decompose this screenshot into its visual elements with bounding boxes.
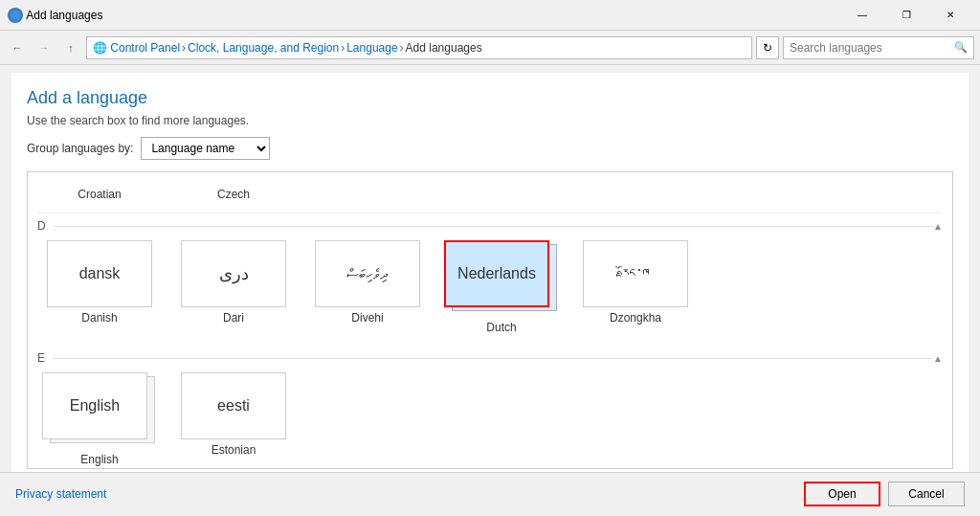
close-button[interactable]: ✕ xyxy=(928,0,972,31)
search-icon: 🔍 xyxy=(954,41,968,54)
group-label: Group languages by: xyxy=(27,142,133,155)
page-title: Add a language xyxy=(27,88,953,108)
english-script: English xyxy=(70,397,120,415)
section-d-label: D xyxy=(37,219,46,233)
list-item[interactable]: རྫོང་ཁ Dzongkha xyxy=(573,240,698,334)
section-e-header: E ▲ xyxy=(37,346,943,369)
list-item[interactable]: English English xyxy=(37,372,162,466)
cancel-button[interactable]: Cancel xyxy=(888,482,965,506)
forward-button[interactable]: → xyxy=(33,36,56,59)
dzongkha-tile-box[interactable]: རྫོང་ཁ xyxy=(583,240,688,307)
list-item[interactable]: دری Dari xyxy=(171,240,296,334)
bottom-bar: Privacy statement Open Cancel xyxy=(0,472,980,514)
dari-script: دری xyxy=(219,263,249,284)
top-partial-row: Croatian Czech xyxy=(37,180,943,213)
dutch-script: Nederlands xyxy=(457,265,536,282)
english-tile-box[interactable]: English xyxy=(42,372,147,439)
page-subtitle: Use the search box to find more language… xyxy=(27,114,953,127)
dutch-tile-box[interactable]: Nederlands xyxy=(444,240,549,307)
danish-script: dansk xyxy=(79,265,121,282)
dari-label: Dari xyxy=(223,311,244,325)
list-item[interactable]: dansk Danish xyxy=(37,240,162,334)
group-row: Group languages by: Language name xyxy=(27,137,953,160)
address-path[interactable]: 🌐 Control Panel › Clock, Language, and R… xyxy=(86,36,752,59)
breadcrumb-current: Add languages xyxy=(406,41,482,55)
back-button[interactable]: ← xyxy=(6,36,29,59)
window-title: Add languages xyxy=(26,9,840,22)
section-d-collapse[interactable]: ▲ xyxy=(933,221,943,232)
search-box: 🔍 xyxy=(783,36,974,59)
dutch-label: Dutch xyxy=(486,321,516,334)
address-bar: ← → ↑ 🌐 Control Panel › Clock, Language,… xyxy=(0,31,980,65)
title-bar: Add languages — ❐ ✕ xyxy=(0,0,980,31)
window-icon xyxy=(8,8,23,23)
english-label: English xyxy=(80,453,118,466)
maximize-button[interactable]: ❐ xyxy=(884,0,928,31)
estonian-label: Estonian xyxy=(212,443,256,457)
list-item[interactable]: ދިވެހިބަސް Divehi xyxy=(305,240,430,334)
divehi-script: ދިވެހިބަސް xyxy=(346,266,389,282)
estonian-script: eesti xyxy=(217,397,250,415)
section-e-label: E xyxy=(37,351,45,365)
bottom-buttons: Open Cancel xyxy=(804,482,965,506)
open-button[interactable]: Open xyxy=(804,482,880,506)
danish-label: Danish xyxy=(81,311,117,325)
dzongkha-script: རྫོང་ཁ xyxy=(622,266,649,281)
window-controls: — ❐ ✕ xyxy=(840,0,972,31)
minimize-button[interactable]: — xyxy=(840,0,884,31)
partial-lang-czech[interactable]: Czech xyxy=(171,184,296,205)
up-button[interactable]: ↑ xyxy=(59,36,82,59)
breadcrumb-control-panel[interactable]: Control Panel xyxy=(110,41,180,55)
refresh-button[interactable]: ↻ xyxy=(756,36,779,59)
language-grid: Croatian Czech D ▲ dansk Danish xyxy=(27,171,953,469)
section-d-header: D ▲ xyxy=(37,213,943,236)
breadcrumb-language[interactable]: Language xyxy=(346,41,397,55)
search-input[interactable] xyxy=(790,41,954,55)
list-item[interactable]: Nederlands Dutch xyxy=(439,240,564,334)
dari-tile-box[interactable]: دری xyxy=(181,240,286,307)
privacy-link[interactable]: Privacy statement xyxy=(15,487,106,501)
divehi-tile-box[interactable]: ދިވެހިބަސް xyxy=(315,240,420,307)
group-select[interactable]: Language name xyxy=(141,137,270,160)
main-content: Add a language Use the search box to fin… xyxy=(11,73,969,484)
breadcrumb-clock[interactable]: Clock, Language, and Region xyxy=(188,41,339,55)
section-d-languages: dansk Danish دری Dari ދިވެހިބަ xyxy=(37,236,943,346)
list-item[interactable]: eesti Estonian xyxy=(171,372,296,466)
partial-lang-croatian[interactable]: Croatian xyxy=(37,184,162,205)
section-e-collapse[interactable]: ▲ xyxy=(933,353,943,364)
breadcrumb-globe: 🌐 xyxy=(93,41,107,55)
divehi-label: Divehi xyxy=(351,311,383,325)
section-e-languages: English English eesti Estonian xyxy=(37,369,943,469)
dzongkha-label: Dzongkha xyxy=(610,311,661,325)
danish-tile-box[interactable]: dansk xyxy=(47,240,152,307)
estonian-tile-box[interactable]: eesti xyxy=(181,372,286,439)
